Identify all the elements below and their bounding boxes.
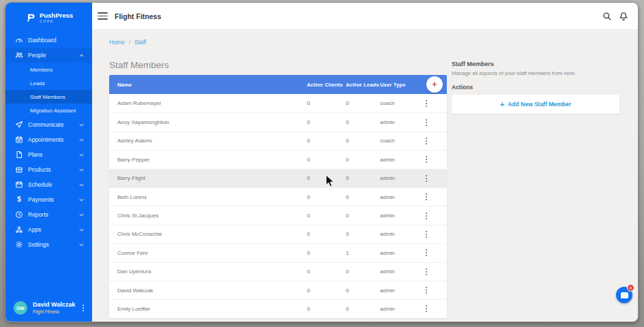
sidebar-item-label: Dashboard — [28, 37, 84, 44]
calendar-check-icon — [15, 136, 23, 144]
table-row[interactable]: Emily Loeffler 0 0 admin — [109, 299, 447, 317]
table-row[interactable]: Barry Pepper 0 0 admin — [109, 150, 447, 168]
table-header: Name Active Clients Active Leads User Ty… — [109, 75, 447, 94]
sidebar-item-label: Migration Assistant — [30, 108, 76, 114]
active-clients-value: 0 — [307, 194, 346, 200]
column-header-user-type: User Type — [380, 82, 414, 88]
app-window: PushPress CORE Dashboard People Mem — [5, 3, 638, 322]
active-leads-value: 0 — [346, 306, 380, 312]
sidebar-item-people[interactable]: People — [5, 48, 92, 63]
sidebar-item-plans[interactable]: Plans — [5, 147, 92, 162]
sidebar-item-reports[interactable]: Reports — [5, 207, 92, 222]
breadcrumb-staff[interactable]: Staff — [134, 39, 146, 46]
sidebar-item-label: Reports — [28, 211, 79, 218]
row-actions-kebab-icon[interactable] — [423, 135, 430, 147]
table-row[interactable]: Ashley Adams 0 0 coach — [109, 131, 447, 150]
people-icon — [15, 51, 23, 59]
user-type-value: coach — [380, 138, 414, 144]
sidebar-item-communicate[interactable]: Communicate — [5, 117, 92, 132]
staff-name: Anoy Xayamonghkon — [109, 119, 307, 125]
sidebar-item-products[interactable]: Products — [5, 162, 92, 177]
staff-name: Chris St.Jacques — [109, 213, 307, 219]
sidebar-item-schedule[interactable]: Schedule — [5, 177, 92, 192]
chevron-down-icon — [79, 168, 84, 172]
dashboard-icon — [15, 36, 23, 44]
row-actions-kebab-icon[interactable] — [423, 191, 430, 203]
row-actions-kebab-icon[interactable] — [423, 266, 430, 278]
row-actions-kebab-icon[interactable] — [423, 247, 430, 259]
chat-launcher-button[interactable]: ✕ — [616, 287, 632, 303]
active-leads-value: 0 — [346, 157, 380, 163]
row-actions-kebab-icon[interactable] — [423, 116, 430, 129]
sidebar-item-label: Plans — [28, 151, 79, 158]
user-menu-kebab-icon[interactable] — [80, 302, 87, 314]
user-type-value: admin — [380, 231, 414, 237]
row-actions-kebab-icon[interactable] — [423, 228, 430, 240]
sidebar-item-label: People — [28, 52, 79, 59]
row-actions-kebab-icon[interactable] — [423, 153, 430, 166]
sidebar-item-dashboard[interactable]: Dashboard — [5, 33, 92, 48]
sidebar-item-apps[interactable]: Apps — [5, 222, 92, 237]
staff-name: Connor Fehr — [109, 250, 307, 256]
user-account[interactable]: DW David Walczak Flight Fitness — [5, 294, 92, 322]
add-button-label: Add New Staff Member — [508, 101, 571, 108]
table-row[interactable]: Chris St.Jacques 0 0 admin — [109, 206, 447, 224]
table-row[interactable]: Adam Rubemeyer 0 0 coach — [109, 94, 447, 112]
sidebar-item-payments[interactable]: $ Payments — [5, 192, 92, 207]
staff-name: Ashley Adams — [109, 138, 307, 144]
add-new-staff-member-button[interactable]: + Add New Staff Member — [452, 95, 619, 114]
row-actions-kebab-icon[interactable] — [423, 172, 430, 185]
add-staff-fab-button[interactable]: + — [426, 76, 443, 93]
sidebar-item-staff-members[interactable]: Staff Members — [5, 90, 92, 104]
side-panel: Staff Members Manage all aspects of your… — [452, 61, 631, 114]
page-title: Flight Fitness — [115, 12, 596, 20]
active-clients-value: 0 — [307, 175, 346, 181]
user-type-value: admin — [380, 175, 414, 181]
sidebar-item-members[interactable]: Members — [5, 63, 92, 76]
clock-icon — [15, 211, 23, 219]
table-row[interactable]: David Walczak 0 0 admin — [109, 281, 447, 299]
content-area: Home / Staff Staff Members Name Active C… — [92, 30, 638, 322]
user-type-value: admin — [380, 268, 414, 275]
active-clients-value: 0 — [307, 213, 346, 219]
active-leads-value: 0 — [346, 100, 380, 106]
chevron-down-icon — [79, 243, 84, 247]
user-org: Flight Fitness — [33, 309, 80, 315]
chat-notification-badge: ✕ — [627, 284, 634, 292]
table-row[interactable]: Anoy Xayamonghkon 0 0 admin — [109, 112, 447, 131]
sidebar-item-label: Apps — [28, 226, 79, 233]
user-name: David Walczak — [33, 301, 80, 309]
sidebar-item-leads[interactable]: Leads — [5, 76, 92, 90]
sidebar-item-appointments[interactable]: Appointments — [5, 132, 92, 147]
sidebar-item-settings[interactable]: Settings — [5, 237, 92, 252]
chevron-down-icon — [79, 138, 84, 142]
calendar-icon — [15, 181, 23, 189]
chevron-down-icon — [79, 228, 84, 232]
active-clients-value: 0 — [307, 306, 346, 312]
search-icon[interactable] — [602, 12, 612, 21]
row-actions-kebab-icon[interactable] — [423, 97, 430, 110]
hamburger-icon[interactable] — [98, 10, 108, 22]
user-type-value: admin — [380, 287, 414, 294]
sidebar-item-label: Products — [28, 166, 79, 173]
active-clients-value: 0 — [307, 100, 346, 106]
breadcrumb-home[interactable]: Home — [109, 39, 125, 46]
table-row[interactable]: Connor Fehr 0 1 admin — [109, 243, 447, 262]
sidebar-item-migration-assistant[interactable]: Migration Assistant — [5, 104, 92, 117]
sidebar: PushPress CORE Dashboard People Mem — [5, 3, 92, 322]
table-row[interactable]: Dan Uyemura 0 0 admin — [109, 262, 447, 281]
row-actions-kebab-icon[interactable] — [423, 210, 430, 222]
table-row[interactable]: Chris McConachie 0 0 admin — [109, 225, 447, 243]
row-actions-kebab-icon[interactable] — [423, 302, 430, 315]
row-actions-kebab-icon[interactable] — [423, 284, 430, 296]
table-row[interactable]: Beth Lorenz 0 0 admin — [109, 187, 447, 206]
column-header-name: Name — [109, 82, 307, 88]
staff-name: Beth Lorenz — [109, 194, 307, 200]
sidebar-item-label: Payments — [28, 196, 79, 203]
bell-icon[interactable] — [619, 12, 628, 21]
sidebar-item-label: Leads — [30, 80, 45, 87]
table-row[interactable]: Barry Flight 0 0 admin — [109, 169, 447, 187]
breadcrumb-separator: / — [129, 39, 130, 46]
column-header-active-leads: Active Leads — [346, 82, 380, 88]
active-clients-value: 0 — [307, 138, 346, 144]
